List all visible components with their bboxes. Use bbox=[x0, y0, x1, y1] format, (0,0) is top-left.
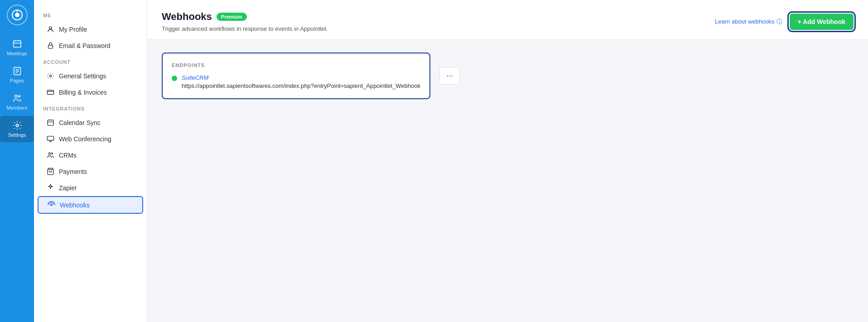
content-area: ENDPOINTS SuiteCRM https://appointlet.sa… bbox=[147, 40, 868, 322]
app-logo bbox=[7, 5, 28, 25]
page-header: Webhooks Premium Trigger advanced workfl… bbox=[147, 0, 868, 40]
main-content: Webhooks Premium Trigger advanced workfl… bbox=[147, 0, 868, 322]
sidebar-label-email-password: Email & Password bbox=[59, 42, 111, 49]
page-subtitle: Trigger advanced workflows in response t… bbox=[162, 25, 328, 32]
endpoint-name: SuiteCRM bbox=[182, 74, 420, 81]
sidebar-label-zapier: Zapier bbox=[59, 184, 77, 192]
sidebar-item-billing-invoices[interactable]: Billing & Invoices bbox=[38, 84, 143, 100]
sidebar-item-crms[interactable]: CRMs bbox=[38, 147, 143, 163]
sidebar-label-general-settings: General Settings bbox=[59, 72, 106, 80]
sidebar-label-webhooks: Webhooks bbox=[60, 202, 90, 209]
nav-item-settings[interactable]: Settings bbox=[0, 116, 34, 142]
svg-rect-12 bbox=[47, 136, 53, 140]
svg-point-4 bbox=[14, 95, 17, 98]
endpoints-card: ENDPOINTS SuiteCRM https://appointlet.sa… bbox=[162, 53, 430, 99]
svg-point-5 bbox=[18, 96, 20, 97]
sidebar-item-my-profile[interactable]: My Profile bbox=[38, 21, 143, 37]
header-right: Learn about webhooks ⓘ + Add Webhook bbox=[715, 14, 854, 30]
icon-nav: Meetings Pages Members Settings bbox=[0, 0, 34, 322]
sidebar-item-web-conferencing[interactable]: Web Conferencing bbox=[38, 131, 143, 147]
svg-point-14 bbox=[52, 153, 53, 154]
nav-item-pages[interactable]: Pages bbox=[0, 62, 34, 88]
learn-about-webhooks-link[interactable]: Learn about webhooks ⓘ bbox=[715, 18, 782, 26]
svg-point-13 bbox=[48, 153, 50, 154]
sidebar: ME My Profile Email & Password ACCOUNT G… bbox=[34, 0, 147, 322]
sidebar-section-integrations: INTEGRATIONS bbox=[34, 101, 147, 114]
svg-point-1 bbox=[15, 13, 19, 17]
title-row: Webhooks Premium bbox=[162, 11, 328, 23]
svg-point-7 bbox=[49, 27, 52, 29]
sidebar-item-email-password[interactable]: Email & Password bbox=[38, 38, 143, 53]
svg-rect-2 bbox=[13, 41, 21, 48]
add-webhook-button[interactable]: + Add Webhook bbox=[790, 14, 854, 30]
endpoint-url: https://appointlet.sapientsoftwares.com/… bbox=[182, 82, 420, 89]
sidebar-item-general-settings[interactable]: General Settings bbox=[38, 68, 143, 84]
svg-point-6 bbox=[16, 124, 19, 127]
nav-label-settings: Settings bbox=[8, 132, 26, 138]
help-icon: ⓘ bbox=[776, 18, 782, 26]
nav-label-meetings: Meetings bbox=[7, 51, 27, 56]
sidebar-item-webhooks[interactable]: Webhooks bbox=[38, 196, 143, 214]
nav-label-pages: Pages bbox=[10, 78, 24, 83]
learn-link-text: Learn about webhooks bbox=[715, 18, 775, 25]
sidebar-item-calendar-sync[interactable]: Calendar Sync bbox=[38, 115, 143, 130]
svg-point-9 bbox=[49, 75, 51, 77]
endpoints-section: ENDPOINTS SuiteCRM https://appointlet.sa… bbox=[162, 53, 854, 99]
endpoint-options-button[interactable]: ··· bbox=[439, 67, 460, 85]
sidebar-label-calendar-sync: Calendar Sync bbox=[59, 119, 101, 126]
svg-point-16 bbox=[51, 204, 52, 206]
sidebar-label-payments: Payments bbox=[59, 168, 87, 175]
sidebar-label-crms: CRMs bbox=[59, 152, 77, 159]
sidebar-item-payments[interactable]: Payments bbox=[38, 163, 143, 179]
endpoints-label: ENDPOINTS bbox=[172, 62, 420, 68]
page-title: Webhooks bbox=[162, 11, 212, 23]
endpoint-status-indicator bbox=[172, 76, 177, 81]
sidebar-label-billing-invoices: Billing & Invoices bbox=[59, 89, 107, 96]
sidebar-label-web-conferencing: Web Conferencing bbox=[59, 135, 111, 143]
sidebar-label-my-profile: My Profile bbox=[59, 26, 87, 33]
nav-label-members: Members bbox=[7, 105, 28, 111]
svg-rect-8 bbox=[48, 45, 53, 48]
sidebar-section-account: ACCOUNT bbox=[34, 54, 147, 67]
svg-rect-11 bbox=[48, 120, 53, 125]
nav-item-members[interactable]: Members bbox=[0, 89, 34, 115]
svg-rect-10 bbox=[47, 90, 53, 94]
nav-item-meetings[interactable]: Meetings bbox=[0, 34, 34, 61]
header-left: Webhooks Premium Trigger advanced workfl… bbox=[162, 11, 328, 32]
sidebar-item-zapier[interactable]: Zapier bbox=[38, 180, 143, 196]
sidebar-section-me: ME bbox=[34, 7, 147, 21]
endpoint-row: SuiteCRM https://appointlet.sapientsoftw… bbox=[172, 74, 420, 89]
premium-badge: Premium bbox=[217, 13, 247, 21]
endpoint-info: SuiteCRM https://appointlet.sapientsoftw… bbox=[182, 74, 420, 89]
